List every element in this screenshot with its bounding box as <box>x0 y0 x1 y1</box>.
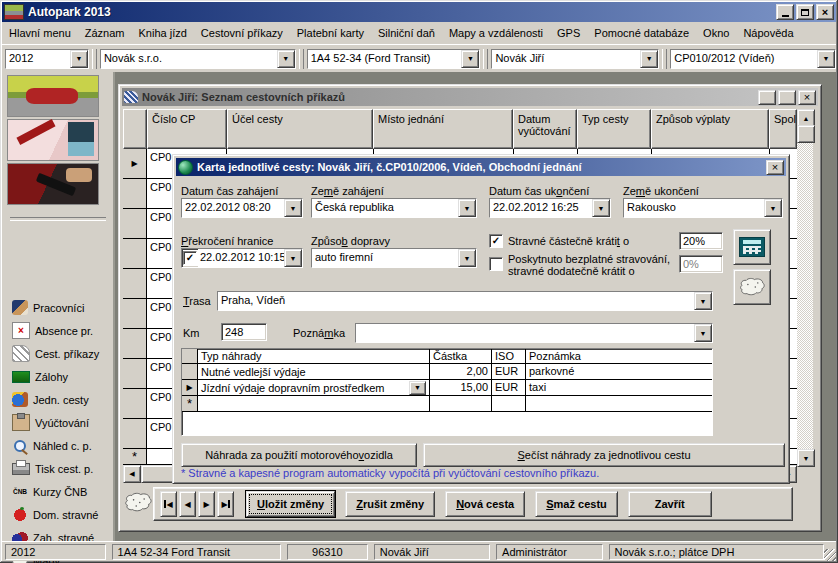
sidebar-item-absence[interactable]: ×Absence pr. <box>12 319 112 342</box>
sidebar-item-zalohy[interactable]: Zálohy <box>12 365 112 388</box>
menu-silnicni-dan[interactable]: Silniční daň <box>371 24 442 42</box>
scroll-left-icon[interactable]: ◀ <box>123 465 141 483</box>
free-meals-percent-input[interactable] <box>679 255 723 273</box>
refund-new-row[interactable]: * <box>182 396 712 412</box>
vehicle-refund-button[interactable]: Náhrada za použití motorového vozidla <box>181 443 417 467</box>
grid-header-cislo-cp[interactable]: Číslo CP <box>147 109 227 149</box>
sidebar-item-kurzy-cnb[interactable]: ČNBKurzy ČNB <box>12 480 112 503</box>
grid-header-typ-cesty[interactable]: Typ cesty <box>577 109 651 149</box>
border-cross-combo[interactable]: 22.02.2012 10:15 <box>181 248 303 268</box>
row-selector <box>123 299 147 329</box>
company-combo[interactable]: Novák s.r.o. <box>100 49 296 69</box>
sidebar-item-nahled[interactable]: Náhled c. p. <box>12 434 112 457</box>
scroll-down-icon[interactable]: ▼ <box>797 449 815 467</box>
chevron-down-icon[interactable] <box>458 199 476 217</box>
menu-napoveda[interactable]: Nápověda <box>736 24 800 42</box>
chevron-down-icon[interactable] <box>461 50 479 68</box>
grid-header-misto-jednani[interactable]: Místo jednání <box>373 109 513 149</box>
chevron-down-icon[interactable] <box>284 199 302 217</box>
next-record-button[interactable]: ▶ <box>198 491 215 517</box>
refund-poznamka: taxi <box>526 380 712 396</box>
grid-header-zpusob-vyplaty[interactable]: Způsob výplaty <box>651 109 769 149</box>
start-country-combo[interactable]: Česká republika <box>311 198 477 218</box>
route-combo[interactable]: Praha, Vídeň <box>217 291 713 311</box>
refund-typ-combo[interactable]: Jízdní výdaje dopravním prostředkem <box>198 380 430 396</box>
close-button[interactable]: × <box>798 90 816 105</box>
delete-trip-button[interactable]: Smaž cestu <box>535 491 618 517</box>
menu-platebni-karty[interactable]: Platební karty <box>290 24 371 42</box>
chevron-down-icon[interactable] <box>640 50 658 68</box>
refund-row[interactable]: Nutné vedlejší výdaje 2,00 EUR parkovné <box>182 364 712 380</box>
first-record-button[interactable]: ◀ <box>160 491 177 517</box>
sum-refunds-button[interactable]: Sečíst náhrady za jednotlivou cestu <box>423 443 785 467</box>
chevron-down-icon[interactable] <box>694 324 712 342</box>
sidebar-item-pracovnici[interactable]: Pracovníci <box>12 296 112 319</box>
vertical-scrollbar[interactable]: ▲ ▼ <box>797 109 813 465</box>
refunds-header: Typ náhrady Částka ISO Poznámka <box>182 349 712 364</box>
sidebar-item-tisk[interactable]: Tisk cest. p. <box>12 457 112 480</box>
end-datetime-combo[interactable]: 22.02.2012 16:25 <box>489 198 611 218</box>
maximize-button[interactable] <box>778 90 796 105</box>
sidebar-item-dom-stravne[interactable]: Dom. stravné <box>12 503 112 526</box>
chevron-down-icon[interactable] <box>764 199 782 217</box>
start-datetime-combo[interactable]: 22.02.2012 08:20 <box>181 198 303 218</box>
grid-header-datum-vyuctovani[interactable]: Datum vyúčtování <box>513 109 577 149</box>
refund-row-selected[interactable]: ▶ Jízdní výdaje dopravním prostředkem 15… <box>182 380 712 396</box>
close-dialog-button[interactable]: Zavřít <box>628 491 712 517</box>
meal-reduce-percent-input[interactable] <box>679 232 723 250</box>
menu-kniha-jizd[interactable]: Kniha jízd <box>132 24 194 42</box>
row-selector <box>123 329 147 359</box>
menu-zaznam[interactable]: Záznam <box>78 24 132 42</box>
czech-map-icon <box>123 489 153 516</box>
meal-reduce-checkbox[interactable] <box>489 234 503 248</box>
new-trip-button[interactable]: Nová cesta <box>445 491 525 517</box>
minimize-button[interactable] <box>758 90 776 105</box>
menu-gps[interactable]: GPS <box>550 24 587 42</box>
chevron-down-icon[interactable] <box>817 50 835 68</box>
menu-cestovni-prikazy[interactable]: Cestovní příkazy <box>194 24 290 42</box>
vertical-scroll-thumb[interactable] <box>797 125 815 143</box>
previous-record-button[interactable]: ◀ <box>179 491 196 517</box>
border-cross-checkbox[interactable] <box>183 251 197 265</box>
driver-combo[interactable]: Novák Jiří <box>491 49 659 69</box>
save-changes-button[interactable]: Uložit změny <box>246 491 335 517</box>
resize-grip[interactable] <box>824 549 836 561</box>
chevron-down-icon[interactable] <box>284 249 302 267</box>
grid-header-ucel-cesty[interactable]: Účel cesty <box>227 109 373 149</box>
map-button[interactable] <box>733 269 771 305</box>
year-combo[interactable]: 2012 <box>5 49 89 69</box>
transport-value: auto firemní <box>312 249 458 267</box>
vehicle-combo[interactable]: 1A4 52-34 (Ford Transit) <box>307 49 481 69</box>
refund-poznamka <box>526 396 712 412</box>
year-combo-value: 2012 <box>6 50 70 68</box>
chevron-down-icon[interactable] <box>409 381 426 395</box>
last-record-button[interactable]: ▶ <box>217 491 234 517</box>
calculator-button[interactable] <box>733 229 771 265</box>
sidebar-item-cest-prikazy[interactable]: Cest. příkazy <box>12 342 112 365</box>
close-button[interactable]: × <box>816 4 834 20</box>
menu-mapy-a-vzdalenosti[interactable]: Mapy a vzdálenosti <box>442 24 550 42</box>
maximize-button[interactable] <box>796 4 814 20</box>
cancel-changes-button[interactable]: Zrušit změny <box>345 491 435 517</box>
chevron-down-icon[interactable] <box>277 50 295 68</box>
km-input[interactable] <box>221 323 267 341</box>
chevron-down-icon[interactable] <box>70 50 88 68</box>
end-country-combo[interactable]: Rakousko <box>623 198 783 218</box>
chevron-down-icon[interactable] <box>694 292 712 310</box>
close-button[interactable]: × <box>766 160 784 175</box>
free-meals-checkbox[interactable] <box>489 257 503 271</box>
menu-okno[interactable]: Okno <box>696 24 736 42</box>
minimize-button[interactable] <box>776 4 794 20</box>
transport-combo[interactable]: auto firemní <box>311 248 477 268</box>
trip-combo[interactable]: CP010/2012 (Vídeň) <box>670 49 836 69</box>
note-combo[interactable] <box>355 323 713 343</box>
route-value: Praha, Vídeň <box>218 292 694 310</box>
chevron-down-icon[interactable] <box>592 199 610 217</box>
menu-hlavni-menu[interactable]: Hlavní menu <box>2 24 78 42</box>
grid-header-spolucestujici[interactable]: Spoluc <box>769 109 797 149</box>
sidebar-item-jedn-cesty[interactable]: Jedn. cesty <box>12 388 112 411</box>
preview-icon <box>12 438 28 453</box>
sidebar-item-vyuctovani[interactable]: Vyúčtování <box>12 411 112 434</box>
chevron-down-icon[interactable] <box>458 249 476 267</box>
menu-pomocne-databaze[interactable]: Pomocné databáze <box>587 24 696 42</box>
